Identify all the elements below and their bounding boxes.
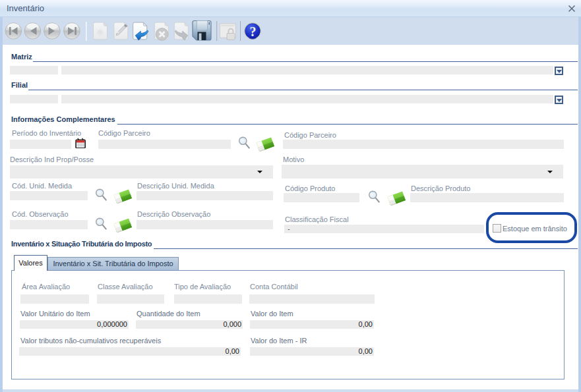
svg-text:?: ? bbox=[250, 24, 257, 39]
